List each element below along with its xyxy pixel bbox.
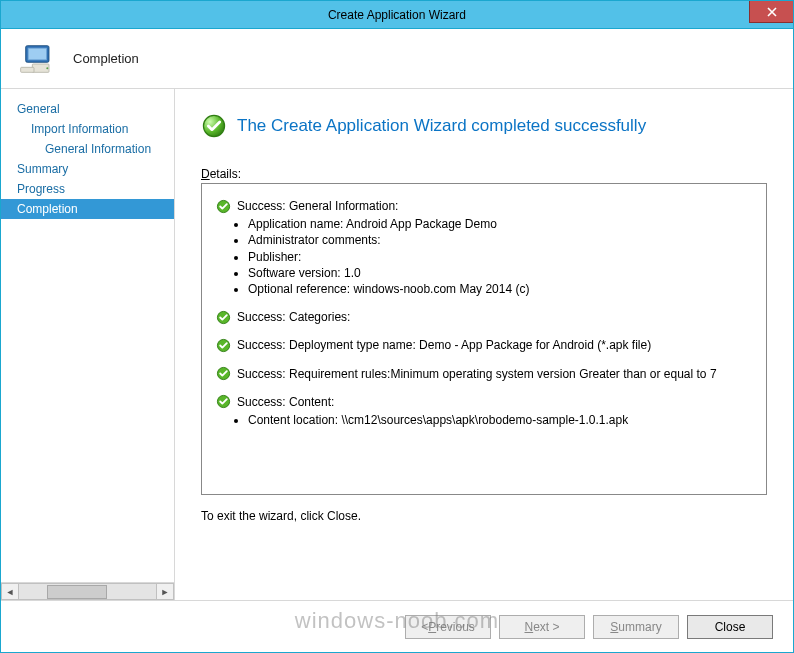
wizard-body: General Import Information General Infor… [1,89,793,600]
detail-section: Success: General Information:Application… [216,198,752,297]
nav-progress[interactable]: Progress [1,179,174,199]
detail-bullet: Content location: \\cm12\sources\apps\ap… [248,412,752,428]
nav-completion[interactable]: Completion [1,199,174,219]
success-check-icon [216,310,231,325]
window-close-button[interactable] [749,1,793,23]
detail-bullet-list: Application name: Android App Package De… [248,216,752,297]
detail-bullet-list: Content location: \\cm12\sources\apps\ap… [248,412,752,428]
detail-bullet: Application name: Android App Package De… [248,216,752,232]
nav-list: General Import Information General Infor… [1,99,174,582]
detail-section-header: Success: General Information: [216,198,752,214]
exit-instruction: To exit the wizard, click Close. [201,509,767,523]
detail-section: Success: Requirement rules:Minimum opera… [216,366,752,382]
detail-section-header: Success: Requirement rules:Minimum opera… [216,366,752,382]
success-check-icon [216,394,231,409]
detail-section-header: Success: Categories: [216,309,752,325]
close-button[interactable]: Close [687,615,773,639]
title-bar: Create Application Wizard [1,1,793,29]
detail-bullet: Optional reference: windows-noob.com May… [248,281,752,297]
next-button: Next > [499,615,585,639]
content-area: The Create Application Wizard completed … [175,89,793,600]
nav-sidebar: General Import Information General Infor… [1,89,175,600]
nav-general[interactable]: General [1,99,174,119]
nav-summary[interactable]: Summary [1,159,174,179]
detail-section: Success: Deployment type name: Demo - Ap… [216,337,752,353]
detail-section-title: Success: General Information: [237,198,398,214]
scroll-left-icon[interactable]: ◄ [1,583,19,600]
detail-section-title: Success: Deployment type name: Demo - Ap… [237,337,651,353]
details-box[interactable]: Success: General Information:Application… [201,183,767,495]
summary-button: Summary [593,615,679,639]
detail-section-title: Success: Requirement rules:Minimum opera… [237,366,717,382]
scroll-right-icon[interactable]: ► [156,583,174,600]
detail-section-header: Success: Deployment type name: Demo - Ap… [216,337,752,353]
nav-general-information[interactable]: General Information [1,139,174,159]
scroll-track[interactable] [19,583,156,600]
svg-point-4 [46,67,48,69]
success-check-icon [201,113,227,139]
wizard-header: Completion [1,29,793,89]
svg-rect-1 [28,48,46,60]
page-title: Completion [73,51,139,66]
detail-section-title: Success: Categories: [237,309,350,325]
svg-rect-3 [21,67,34,72]
close-icon [767,7,777,17]
detail-section-title: Success: Content: [237,394,334,410]
detail-section: Success: Content:Content location: \\cm1… [216,394,752,428]
completion-heading: The Create Application Wizard completed … [201,113,767,139]
success-check-icon [216,366,231,381]
detail-bullet: Publisher: [248,249,752,265]
completion-message: The Create Application Wizard completed … [237,116,646,136]
wizard-footer: < Previous Next > Summary Close [1,600,793,652]
wizard-window: Create Application Wizard Completion Gen… [0,0,794,653]
scroll-thumb[interactable] [47,585,107,599]
success-check-icon [216,199,231,214]
computer-icon [19,41,59,77]
sidebar-scrollbar[interactable]: ◄ ► [1,582,174,600]
detail-section: Success: Categories: [216,309,752,325]
nav-import-information[interactable]: Import Information [1,119,174,139]
success-check-icon [216,338,231,353]
details-label: Details: [201,167,767,181]
window-title: Create Application Wizard [328,8,466,22]
detail-bullet: Administrator comments: [248,232,752,248]
previous-button: < Previous [405,615,491,639]
detail-section-header: Success: Content: [216,394,752,410]
detail-bullet: Software version: 1.0 [248,265,752,281]
